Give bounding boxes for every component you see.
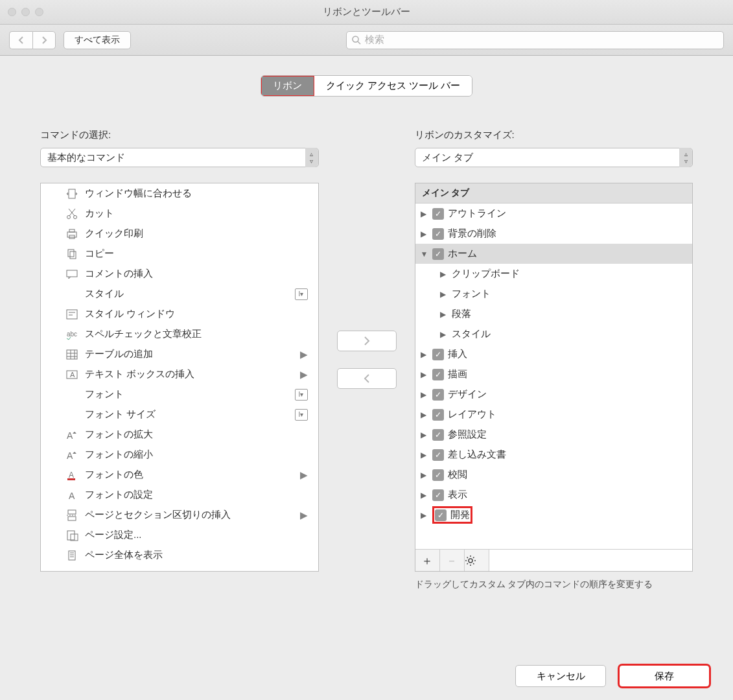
chevron-left-icon <box>363 374 371 383</box>
command-item[interactable]: ページ設定... <box>41 525 318 545</box>
checkbox[interactable]: ✓ <box>432 429 444 441</box>
save-button[interactable]: 保存 <box>619 665 710 687</box>
tree-item[interactable]: ▶スタイル <box>415 324 693 344</box>
disclosure-icon[interactable]: ▶ <box>440 270 452 279</box>
disclosure-icon[interactable]: ▶ <box>421 370 432 379</box>
back-button[interactable] <box>9 31 32 49</box>
disclosure-icon[interactable]: ▶ <box>440 290 452 299</box>
add-tab-button[interactable]: ＋ <box>415 550 440 571</box>
tree-label: ホーム <box>448 248 477 260</box>
tree-label: デザイン <box>448 388 487 401</box>
command-item[interactable]: コピー <box>41 244 318 264</box>
tree-item[interactable]: ▶✓校閲 <box>415 465 693 485</box>
disclosure-icon[interactable]: ▶ <box>440 310 452 319</box>
command-item[interactable]: テーブルの追加▶ <box>41 344 318 364</box>
checkbox[interactable]: ✓ <box>432 248 444 260</box>
commands-select[interactable]: 基本的なコマンド ▵▿ <box>40 148 319 167</box>
search-icon <box>352 36 361 45</box>
ribbon-select[interactable]: メイン タブ ▵▿ <box>415 148 693 167</box>
svg-text:A: A <box>69 471 74 480</box>
command-item[interactable]: フォント サイズI▾ <box>41 404 318 425</box>
remove-tab-button[interactable]: － <box>440 550 465 571</box>
checkbox[interactable]: ✓ <box>435 509 447 521</box>
command-label: コピー <box>85 248 114 260</box>
svg-rect-8 <box>68 250 74 257</box>
ribbon-tree[interactable]: メイン タブ ▶✓アウトライン▶✓背景の削除▼✓ホーム▶クリップボード▶フォント… <box>415 183 693 572</box>
command-item[interactable]: スタイルI▾ <box>41 284 318 304</box>
tree-item[interactable]: ▶✓デザイン <box>415 384 693 404</box>
tree-item[interactable]: ▶✓描画 <box>415 364 693 384</box>
checkbox[interactable]: ✓ <box>432 228 444 240</box>
disclosure-icon[interactable]: ▼ <box>421 250 432 259</box>
checkbox[interactable]: ✓ <box>432 449 444 461</box>
forward-button[interactable] <box>32 31 56 49</box>
tab-qat[interactable]: クイック アクセス ツール バー <box>314 76 472 96</box>
command-item[interactable]: Aフォントの色▶ <box>41 465 318 485</box>
tree-item[interactable]: ▶✓アウトライン <box>415 204 693 224</box>
command-label: スタイル ウィンドウ <box>85 308 175 320</box>
checkbox[interactable]: ✓ <box>432 489 444 501</box>
disclosure-icon[interactable]: ▶ <box>421 229 432 239</box>
tree-toolbar: ＋ － <box>415 549 693 571</box>
disclosure-icon[interactable]: ▶ <box>421 350 432 359</box>
tree-item[interactable]: ▶✓レイアウト <box>415 404 693 425</box>
command-item[interactable]: abcスペルチェックと文章校正 <box>41 324 318 344</box>
tree-item[interactable]: ▶✓開発 <box>415 505 693 525</box>
command-item[interactable]: フォントI▾ <box>41 384 318 404</box>
command-item[interactable]: カット <box>41 204 318 224</box>
titlebar: リボンとツールバー <box>0 0 733 25</box>
ribbon-label: リボンのカスタマイズ: <box>415 129 693 141</box>
disclosure-icon[interactable]: ▶ <box>421 430 432 439</box>
tree-item[interactable]: ▶✓挿入 <box>415 344 693 364</box>
command-item[interactable]: クイック印刷 <box>41 224 318 244</box>
disclosure-icon[interactable]: ▶ <box>421 471 432 480</box>
tree-label: 段落 <box>452 308 471 320</box>
command-item[interactable]: Aフォントの縮小 <box>41 445 318 465</box>
cut-icon <box>64 207 80 221</box>
tree-item[interactable]: ▶✓参照設定 <box>415 425 693 445</box>
disclosure-icon[interactable]: ▶ <box>421 491 432 500</box>
commands-list[interactable]: ウィンドウ幅に合わせるカットクイック印刷コピーコメントの挿入スタイルI▾スタイル… <box>40 183 319 572</box>
settings-button[interactable] <box>465 550 489 571</box>
cancel-button[interactable]: キャンセル <box>515 665 606 687</box>
svg-line-1 <box>358 41 360 44</box>
checkbox[interactable]: ✓ <box>432 409 444 421</box>
checkbox[interactable]: ✓ <box>432 349 444 360</box>
disclosure-icon[interactable]: ▶ <box>421 410 432 419</box>
disclosure-icon[interactable]: ▶ <box>421 450 432 460</box>
disclosure-icon[interactable]: ▶ <box>440 330 452 339</box>
svg-rect-19 <box>67 478 75 480</box>
tree-item[interactable]: ▶✓背景の削除 <box>415 224 693 244</box>
checkbox[interactable]: ✓ <box>432 389 444 401</box>
tree-item[interactable]: ▶✓表示 <box>415 485 693 505</box>
commands-label: コマンドの選択: <box>40 129 319 141</box>
tab-ribbon[interactable]: リボン <box>261 76 314 96</box>
add-button[interactable] <box>337 331 397 351</box>
show-all-button[interactable]: すべて表示 <box>64 31 131 49</box>
command-item[interactable]: ウィンドウ幅に合わせる <box>41 183 318 204</box>
search-input[interactable]: 検索 <box>346 31 724 49</box>
toolbar: すべて表示 検索 <box>0 25 733 56</box>
command-item[interactable]: Aフォントの設定 <box>41 485 318 505</box>
command-item[interactable]: スタイル ウィンドウ <box>41 304 318 324</box>
chevron-left-icon <box>18 36 25 44</box>
tree-item[interactable]: ▶段落 <box>415 304 693 324</box>
tree-item[interactable]: ▶✓差し込み文書 <box>415 445 693 465</box>
disclosure-icon[interactable]: ▶ <box>421 390 432 399</box>
command-item[interactable]: Aテキスト ボックスの挿入▶ <box>41 364 318 384</box>
checkbox[interactable]: ✓ <box>432 469 444 481</box>
command-item[interactable]: ページ全体を表示 <box>41 545 318 565</box>
tree-item[interactable]: ▶クリップボード <box>415 264 693 284</box>
print-icon <box>64 227 80 241</box>
command-item[interactable]: ページとセクション区切りの挿入▶ <box>41 505 318 525</box>
disclosure-icon[interactable]: ▶ <box>421 209 432 218</box>
command-item[interactable]: コメントの挿入 <box>41 264 318 284</box>
tree-item[interactable]: ▼✓ホーム <box>415 244 693 264</box>
tree-item[interactable]: ▶フォント <box>415 284 693 304</box>
checkbox[interactable]: ✓ <box>432 208 444 220</box>
remove-button[interactable] <box>337 368 397 389</box>
checkbox[interactable]: ✓ <box>432 369 444 380</box>
command-item[interactable]: Aフォントの拡大 <box>41 425 318 445</box>
disclosure-icon[interactable]: ▶ <box>421 511 432 520</box>
fit-width-icon <box>64 187 80 201</box>
